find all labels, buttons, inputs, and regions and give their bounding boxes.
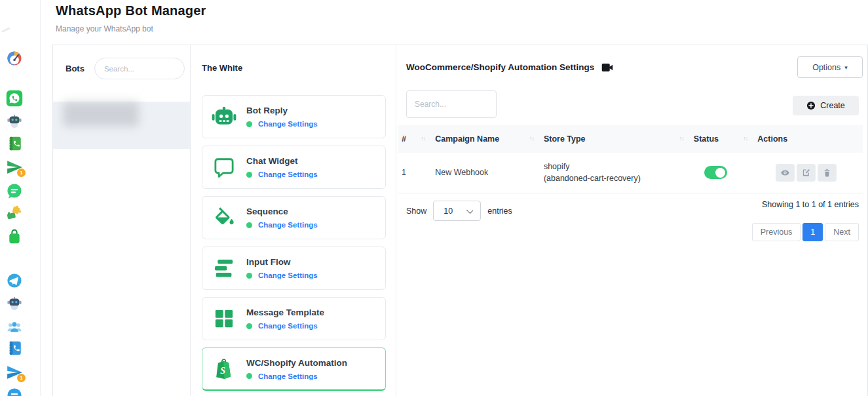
change-settings-link[interactable]: Change Settings [258, 322, 318, 330]
status-dot [246, 323, 252, 329]
input-flow-icon [210, 254, 238, 282]
card-wc-shopify-automation[interactable]: S WC/Shopify Automation Change Settings [202, 347, 386, 391]
telegram-broadcast-icon[interactable]: 1 [6, 364, 23, 381]
section-title: WooCommerce/Shopify Automation Settings [406, 62, 594, 72]
options-button[interactable]: Options▾ [797, 56, 863, 78]
card-sequence[interactable]: Sequence Change Settings [202, 196, 386, 239]
eye-icon [780, 168, 790, 178]
whatsapp-contacts-icon[interactable] [6, 135, 23, 152]
telegram-contacts-icon[interactable] [6, 340, 23, 357]
status-dot [246, 172, 252, 178]
change-settings-link[interactable]: Change Settings [258, 271, 318, 279]
svg-text:S: S [220, 366, 225, 376]
edit-button[interactable] [797, 164, 816, 182]
change-settings-link[interactable]: Change Settings [258, 221, 318, 229]
bot-reply-icon [210, 103, 238, 130]
status-cell [690, 153, 754, 193]
row-index: 1 [398, 153, 432, 193]
automation-settings-column: WooCommerce/Shopify Automation Settings … [396, 45, 867, 396]
integrations-icon[interactable] [6, 205, 23, 222]
card-input-flow[interactable]: Input Flow Change Settings [202, 247, 386, 290]
card-title: Chat Widget [246, 156, 318, 166]
card-bot-reply[interactable]: Bot Reply Change Settings [202, 95, 386, 138]
card-title: WC/Shopify Automation [246, 358, 347, 368]
campaign-name-cell: New Webhook [432, 153, 540, 193]
app-icon-rail: 1 [0, 0, 41, 396]
delete-button[interactable] [818, 164, 837, 182]
card-title: Sequence [246, 207, 318, 216]
message-template-icon [210, 305, 238, 332]
bot-list-item-selected[interactable] [53, 102, 190, 149]
showing-entries-text: Showing 1 to 1 of 1 entries [762, 200, 859, 209]
video-tutorial-icon[interactable] [601, 63, 613, 72]
status-dot [246, 222, 252, 228]
whatsapp-bot-icon[interactable] [6, 112, 23, 129]
show-label: Show [406, 207, 426, 216]
page-size-select[interactable]: 10 [433, 201, 481, 221]
bots-column: Bots [53, 45, 191, 396]
whatsapp-chat-icon[interactable] [6, 182, 23, 199]
entries-label: entries [487, 207, 512, 216]
change-settings-link[interactable]: Change Settings [258, 120, 318, 128]
page-title: WhatsApp Bot Manager [56, 3, 206, 18]
column-header-campaign-name[interactable]: Campaign Name [432, 125, 540, 153]
page-subtitle: Manage your WhatsApp bot [56, 24, 206, 33]
store-bag-icon[interactable] [6, 228, 23, 245]
table-row: 1 New Webhook shopify (abandoned-cart-re… [398, 153, 863, 193]
chevron-down-icon: ▾ [844, 64, 848, 71]
edit-icon [801, 168, 811, 178]
create-button[interactable]: Create [793, 96, 859, 115]
previous-page-button[interactable]: Previous [752, 223, 801, 241]
unread-count-badge: 1 [17, 374, 26, 382]
status-dot [246, 121, 252, 127]
current-page-button[interactable]: 1 [802, 223, 823, 241]
status-toggle[interactable] [704, 166, 727, 179]
status-dot [246, 273, 252, 279]
column-header-actions: Actions [754, 125, 863, 153]
card-chat-widget[interactable]: Chat Widget Change Settings [202, 146, 386, 189]
telegram-icon[interactable] [6, 272, 23, 289]
column-header-store-type[interactable]: Store Type [540, 125, 690, 153]
unread-count-badge: 1 [17, 168, 26, 177]
store-type-cell: shopify (abandoned-cart-recovery) [540, 153, 690, 193]
telegram-chat-icon[interactable] [6, 387, 23, 396]
next-page-button[interactable]: Next [825, 223, 859, 241]
bots-label: Bots [66, 64, 85, 73]
dashboard-gauge-icon[interactable] [6, 50, 23, 67]
selected-bot-name: The White [191, 45, 396, 73]
card-title: Message Template [246, 307, 324, 317]
bot-manager-panel: Bots The White [52, 45, 868, 396]
bot-settings-column: The White Bot Reply [191, 45, 396, 396]
card-title: Input Flow [246, 257, 318, 267]
view-button[interactable] [776, 164, 795, 182]
sort-icon[interactable] [421, 133, 425, 142]
redacted-bot-name [63, 102, 139, 127]
column-header-status[interactable]: Status [690, 125, 754, 153]
sort-icon[interactable] [529, 133, 534, 142]
chat-widget-icon [210, 153, 238, 181]
column-header-index[interactable]: # [398, 125, 432, 153]
sequence-icon [210, 204, 238, 231]
change-settings-link[interactable]: Change Settings [258, 170, 318, 178]
actions-cell [754, 153, 863, 193]
pagination: Previous 1 Next [752, 223, 859, 241]
whatsapp-icon[interactable] [6, 90, 23, 107]
bots-search-input[interactable] [94, 58, 185, 79]
telegram-bot-icon[interactable] [6, 294, 23, 311]
card-title: Bot Reply [246, 106, 318, 115]
status-dot [246, 373, 252, 379]
chevron-down-icon [466, 207, 473, 214]
table-search-input[interactable] [406, 90, 497, 118]
whatsapp-broadcast-icon[interactable]: 1 [6, 159, 23, 176]
trash-icon [822, 168, 832, 178]
sort-icon[interactable] [743, 133, 747, 142]
telegram-group-icon[interactable] [6, 318, 23, 335]
shopify-icon: S [210, 355, 238, 383]
faded-menu-mark [1, 27, 10, 33]
plus-circle-icon [806, 101, 816, 110]
campaigns-table: # Campaign Name Store Type Status Action [398, 125, 863, 193]
sort-icon[interactable] [679, 133, 684, 142]
change-settings-link[interactable]: Change Settings [258, 372, 318, 380]
card-message-template[interactable]: Message Template Change Settings [202, 297, 386, 340]
